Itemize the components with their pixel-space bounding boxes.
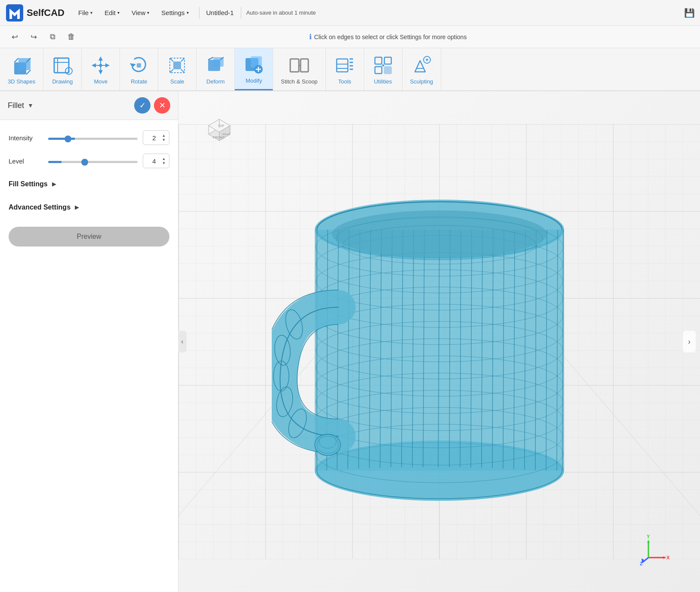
viewport-arrow-right[interactable]: › <box>683 331 696 352</box>
fill-settings-header[interactable]: Fill Settings ▶ <box>9 177 169 191</box>
logo-icon <box>5 3 24 22</box>
tool-move-label: Move <box>94 78 107 85</box>
tool-move[interactable]: Move <box>82 48 120 90</box>
cancel-button[interactable]: ✕ <box>154 97 170 114</box>
delete-button[interactable]: 🗑 <box>64 29 79 45</box>
viewport[interactable]: FRONT TOP RIGHT <box>178 91 700 592</box>
menu-settings[interactable]: Settings ▾ <box>156 6 193 19</box>
logo-text: SelfCAD <box>27 7 64 18</box>
mug-svg <box>272 144 607 540</box>
level-down[interactable]: ▼ <box>162 161 166 165</box>
menu-view[interactable]: View ▾ <box>126 6 154 19</box>
undo-button[interactable]: ↩ <box>7 29 22 45</box>
intensity-slider-wrap <box>48 134 138 142</box>
confirm-button[interactable]: ✓ <box>134 97 150 114</box>
svg-rect-23 <box>173 62 181 69</box>
advanced-settings-header[interactable]: Advanced Settings ▶ <box>9 200 169 215</box>
tool-scale-label: Scale <box>170 78 184 85</box>
3d-shapes-icon <box>10 54 33 77</box>
tool-rotate-label: Rotate <box>131 78 147 85</box>
preview-button[interactable]: Preview <box>9 227 169 247</box>
panel-header: Fillet ▼ ✓ ✕ <box>0 91 178 120</box>
svg-marker-128 <box>647 540 650 543</box>
intensity-row: Intensity ▲ ▼ <box>9 130 169 145</box>
view-dd-arrow: ▾ <box>147 10 149 15</box>
svg-rect-7 <box>54 58 69 73</box>
tools-icon <box>334 54 356 77</box>
svg-line-26 <box>170 69 173 73</box>
svg-rect-48 <box>384 57 391 64</box>
menu-edit[interactable]: Edit ▾ <box>99 6 125 19</box>
edit-dd-arrow: ▾ <box>117 10 120 15</box>
copy-button[interactable]: ⧉ <box>45 29 60 45</box>
secondary-toolbar: ↩ ↪ ⧉ 🗑 ℹ Click on edges to select or cl… <box>0 26 700 48</box>
panel-actions: ✓ ✕ <box>134 97 170 114</box>
utilities-icon <box>372 54 394 77</box>
tool-drawing[interactable]: Drawing <box>43 48 82 90</box>
divider-1 <box>199 7 200 19</box>
svg-marker-15 <box>92 63 96 68</box>
advanced-settings-label: Advanced Settings <box>9 204 71 211</box>
svg-marker-14 <box>98 70 103 74</box>
panel-toggle[interactable]: ‹ <box>178 331 187 352</box>
deform-icon <box>204 54 227 77</box>
info-text: Click on edges to select or click Settin… <box>314 34 467 40</box>
tool-3d-shapes[interactable]: 3D Shapes <box>0 48 43 90</box>
file-dd-arrow: ▾ <box>90 10 92 15</box>
svg-text:Z: Z <box>640 561 643 566</box>
stitch-scoop-icon <box>288 54 310 77</box>
level-input-wrap: ▲ ▼ <box>143 154 169 168</box>
main-layout: Fillet ▼ ✓ ✕ Intensity ▲ ▼ <box>0 91 700 592</box>
left-panel: Fillet ▼ ✓ ✕ Intensity ▲ ▼ <box>0 91 178 592</box>
intensity-down[interactable]: ▼ <box>162 138 166 142</box>
modify-icon <box>243 53 265 76</box>
tool-scale[interactable]: Scale <box>158 48 196 90</box>
svg-line-6 <box>26 70 31 74</box>
fill-settings-arrow: ▶ <box>52 181 56 187</box>
tool-sculpting[interactable]: Sculpting <box>402 48 441 90</box>
intensity-spinner: ▲ ▼ <box>162 134 166 142</box>
level-label: Level <box>9 157 43 165</box>
svg-text:X: X <box>666 555 670 560</box>
panel-body: Intensity ▲ ▼ Level <box>0 120 178 260</box>
divider-2 <box>241 7 241 19</box>
tool-stitch-scoop[interactable]: Stitch & Scoop <box>273 48 325 90</box>
tool-tools-label: Tools <box>338 78 351 85</box>
document-title: Untitled-1 <box>206 9 234 16</box>
svg-marker-20 <box>130 63 136 68</box>
level-row: Level ▲ ▼ <box>9 154 169 168</box>
svg-rect-47 <box>375 57 382 64</box>
level-up[interactable]: ▲ <box>162 157 166 161</box>
tool-deform[interactable]: Deform <box>196 48 235 90</box>
intensity-input[interactable] <box>147 134 162 142</box>
tool-tools[interactable]: Tools <box>326 48 364 90</box>
logo[interactable]: SelfCAD <box>5 3 64 22</box>
svg-marker-13 <box>98 56 103 61</box>
level-input[interactable] <box>147 157 162 165</box>
tool-rotate[interactable]: Rotate <box>120 48 158 90</box>
save-button[interactable]: 💾 <box>684 8 695 18</box>
tool-modify[interactable]: Modify <box>235 48 273 90</box>
svg-rect-50 <box>384 67 391 74</box>
svg-rect-21 <box>137 63 141 68</box>
intensity-label: Intensity <box>9 134 43 142</box>
menu-file[interactable]: File ▾ <box>73 6 98 19</box>
tool-utilities[interactable]: Utilities <box>364 48 402 90</box>
autosave-text: Auto-save in about 1 minute <box>246 9 682 16</box>
svg-line-4 <box>14 58 18 62</box>
intensity-up[interactable]: ▲ <box>162 134 166 138</box>
info-bar: ℹ Click on edges to select or click Sett… <box>83 33 693 41</box>
redo-button[interactable]: ↪ <box>26 29 41 45</box>
sculpting-icon <box>410 54 433 77</box>
scale-icon <box>166 54 188 77</box>
svg-point-113 <box>332 210 547 258</box>
svg-line-25 <box>181 58 184 62</box>
svg-marker-16 <box>105 63 110 68</box>
level-slider[interactable] <box>48 161 138 163</box>
svg-text:Y: Y <box>647 534 650 539</box>
svg-point-121 <box>315 434 341 456</box>
intensity-slider[interactable] <box>48 138 138 140</box>
tool-stitch-scoop-label: Stitch & Scoop <box>281 78 317 85</box>
panel-toggle-icon: ‹ <box>181 338 183 345</box>
fillet-dropdown-arrow[interactable]: ▼ <box>28 102 34 109</box>
